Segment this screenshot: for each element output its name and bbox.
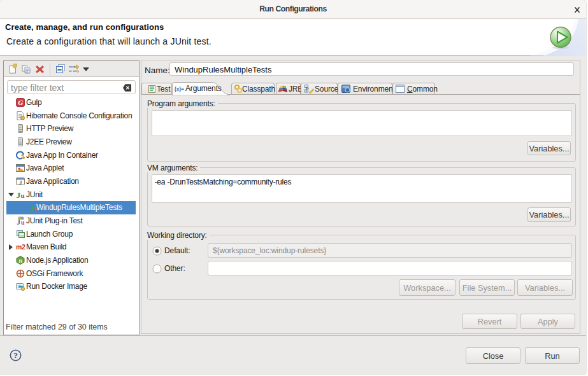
svg-text:m2: m2: [16, 243, 25, 251]
svg-text:J: J: [30, 203, 34, 212]
svg-text:J: J: [17, 190, 21, 200]
svg-text:n: n: [18, 257, 22, 263]
svg-text:?: ?: [13, 351, 18, 360]
svg-text:u: u: [21, 191, 25, 199]
svg-text:(x)=: (x)=: [175, 86, 184, 92]
svg-text:G: G: [18, 99, 23, 106]
